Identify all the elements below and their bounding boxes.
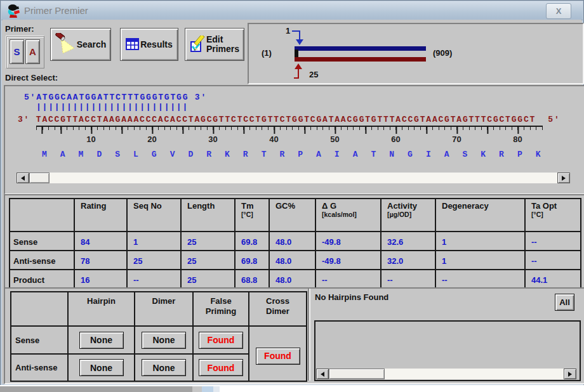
column-header: Ta Opt[°C] — [526, 199, 580, 231]
ruler-tick-label: 40 — [269, 134, 278, 144]
table-value: -- — [128, 270, 180, 288]
table-value: -- — [526, 232, 580, 250]
table-value: 25 — [182, 270, 234, 288]
primer-label: Primer: — [5, 24, 34, 34]
table-value: -- — [382, 270, 435, 288]
row-label: Anti-sense — [10, 251, 74, 269]
template-end-label: (909) — [433, 48, 452, 58]
all-button[interactable]: All — [555, 294, 574, 311]
corner-cell — [10, 199, 74, 231]
column-header: Dimer — [135, 292, 192, 325]
column-header: Hairpin — [69, 292, 134, 325]
primer-stats-panel: Rating Seq No Length Tm[°C] GC% Δ G[kcal… — [4, 194, 584, 289]
row-label: Product — [10, 270, 74, 288]
column-header: CrossDimer — [249, 292, 306, 325]
antisense-start-label: 25 — [309, 70, 318, 79]
column-header: Seq No — [128, 199, 180, 231]
table-value: 25 — [182, 251, 234, 269]
hairpin-viewer-scrollbar[interactable] — [316, 369, 576, 379]
strand-toggle-group: S A — [6, 36, 44, 69]
table-value: 1 — [128, 232, 180, 250]
column-header: Length — [182, 199, 234, 231]
table-value: 48.0 — [270, 251, 315, 269]
sense-hairpin-button[interactable]: None — [79, 332, 124, 349]
table-value: 1 — [436, 232, 524, 250]
column-header: Activity[µg/OD] — [382, 199, 435, 231]
table-value: 68.8 — [236, 270, 269, 288]
antisense-strand-bar — [295, 57, 426, 62]
table-value: 78 — [75, 251, 126, 269]
edit-primers-label: Edit Primers — [206, 35, 239, 54]
column-header: Rating — [75, 199, 126, 231]
sense-strand-sequence[interactable]: 5'ATGGCAATGGATTCTTTGGGTGTGG 3' — [5, 93, 207, 102]
corner-cell — [11, 292, 67, 325]
window-title: Primer Premier — [24, 5, 88, 16]
table-value: 25 — [182, 232, 234, 250]
structure-results-panel: Hairpin Dimer FalsePriming CrossDimer Se… — [4, 287, 584, 384]
template-start-label: (1) — [262, 48, 272, 58]
scrollbar-track[interactable] — [50, 173, 557, 183]
column-header: Tm[°C] — [236, 199, 269, 231]
scrollbar-thumb[interactable] — [29, 173, 50, 183]
table-value: 69.8 — [236, 251, 269, 269]
flashlight-icon — [55, 33, 77, 56]
hairpin-status-message: No Hairpins Found — [315, 292, 388, 302]
scroll-right-icon[interactable] — [557, 173, 570, 183]
table-value: -- — [436, 270, 524, 288]
sequence-ruler: 10 20 30 40 50 60 70 80 — [36, 126, 543, 147]
antisense-dimer-button[interactable]: None — [142, 359, 186, 376]
sense-dimer-button[interactable]: None — [142, 332, 186, 349]
edit-primers-button[interactable]: Edit Primers — [185, 28, 244, 61]
scroll-left-icon[interactable] — [316, 369, 329, 379]
window-content: Primer: S A Search — [3, 20, 581, 383]
results-table-icon — [126, 38, 140, 51]
row-label: Anti-sense — [11, 355, 67, 381]
column-header: Δ G[kcals/mol] — [316, 199, 380, 231]
table-value: -- — [526, 251, 580, 269]
scroll-right-icon[interactable] — [564, 369, 576, 379]
ruler-tick-label: 50 — [330, 134, 339, 144]
table-value: 25 — [128, 251, 180, 269]
screen: Primer Premier X Primer: S A Search — [0, 0, 584, 392]
scrollbar-thumb[interactable] — [329, 369, 385, 379]
column-header: GC% — [270, 199, 315, 231]
direct-select-label: Direct Select: — [5, 73, 58, 82]
search-button[interactable]: Search — [50, 28, 111, 61]
antisense-false-priming-button[interactable]: Found — [199, 359, 243, 376]
row-label: Sense — [11, 327, 67, 353]
hairpin-detail-viewer — [314, 320, 581, 381]
table-value: -49.8 — [316, 251, 380, 269]
ruler-tick-label: 80 — [513, 134, 522, 144]
search-button-label: Search — [77, 39, 107, 49]
sense-toggle-button[interactable]: S — [10, 39, 24, 64]
table-value: -49.8 — [316, 232, 380, 250]
sequence-viewer[interactable]: 5'ATGGCAATGGATTCTTTGGGTGTGG 3' |||||||||… — [4, 85, 584, 195]
edit-pencil-icon — [190, 36, 206, 53]
antisense-strand-sequence[interactable]: 3' TACCGTTACCTAAGAAACCCACACCTAGCGTTCTCCT… — [5, 115, 561, 124]
sense-false-priming-button[interactable]: Found — [199, 332, 243, 349]
table-value: 44.1 — [526, 270, 580, 288]
table-value: 84 — [75, 232, 126, 250]
primer-stats-table: Rating Seq No Length Tm[°C] GC% Δ G[kcal… — [9, 198, 581, 289]
title-bar[interactable]: Primer Premier X — [1, 1, 583, 20]
close-button[interactable]: X — [546, 3, 571, 19]
background-strip — [0, 385, 584, 392]
sequence-scrollbar[interactable] — [17, 173, 570, 183]
column-header: FalsePriming — [194, 292, 248, 325]
ruler-tick-label: 60 — [391, 134, 400, 144]
amino-acid-translation: M A M D S L G V D R K R T R P A I A T N … — [5, 150, 541, 159]
sense-cross-dimer-button[interactable]: Found — [256, 348, 300, 365]
antisense-toggle-button[interactable]: A — [25, 39, 40, 64]
antisense-hairpin-button[interactable]: None — [79, 359, 124, 376]
table-value: 1 — [436, 251, 524, 269]
ruler-tick-label: 10 — [86, 134, 95, 144]
table-value: 16 — [75, 270, 126, 288]
primer-premier-window: Primer Premier X Primer: S A Search — [0, 0, 584, 386]
scroll-left-icon[interactable] — [17, 173, 29, 183]
table-value: 32.0 — [382, 251, 435, 269]
scrollbar-track[interactable] — [385, 369, 564, 379]
secondary-structure-table: Hairpin Dimer FalsePriming CrossDimer Se… — [10, 291, 307, 382]
results-button[interactable]: Results — [120, 28, 178, 61]
table-value: 69.8 — [236, 232, 269, 250]
table-value: 48.0 — [270, 270, 315, 288]
